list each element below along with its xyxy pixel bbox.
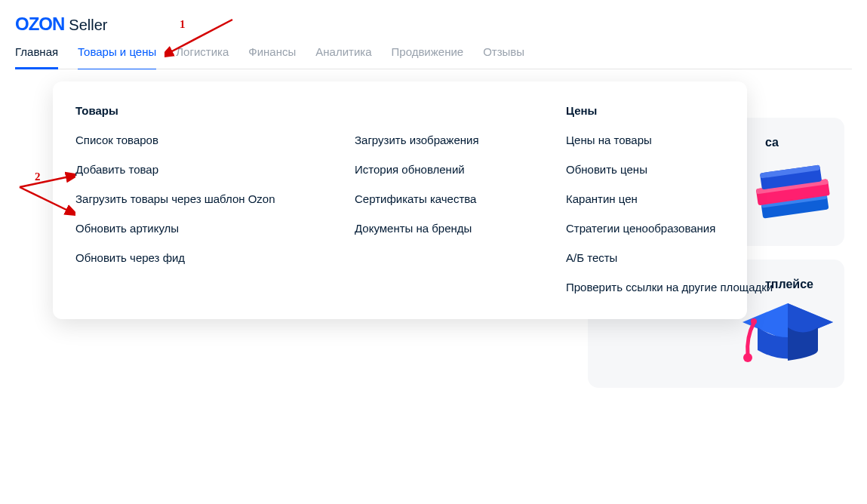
nav-item-analytics[interactable]: Аналитика [315, 45, 371, 69]
menu-link-add-product[interactable]: Добавить товар [75, 163, 294, 176]
header: OZON Seller Главная Товары и цены Логист… [0, 0, 867, 69]
nav-item-finance[interactable]: Финансы [248, 45, 296, 69]
nav-item-logistics[interactable]: Логистика [176, 45, 229, 69]
menu-link-product-list[interactable]: Список товаров [75, 134, 294, 146]
dropdown-column-title [355, 104, 506, 117]
graduation-cap-icon [739, 296, 837, 379]
annotation-number-2: 2 [35, 171, 41, 183]
nav-item-home[interactable]: Главная [15, 45, 58, 69]
menu-link-pricing-strategies[interactable]: Стратегии ценообразования [566, 222, 792, 235]
menu-link-product-prices[interactable]: Цены на товары [566, 134, 792, 146]
menu-link-update-feed[interactable]: Обновить через фид [75, 251, 294, 264]
menu-link-upload-images[interactable]: Загрузить изображения [355, 134, 506, 146]
menu-link-update-prices[interactable]: Обновить цены [566, 163, 792, 176]
dropdown-column-title: Товары [75, 104, 294, 117]
dropdown-column-products-extra: Загрузить изображения История обновлений… [355, 104, 506, 293]
svg-point-8 [743, 353, 752, 362]
dropdown-column-title: Цены [566, 104, 792, 117]
menu-link-update-history[interactable]: История обновлений [355, 163, 506, 176]
logo[interactable]: OZON Seller [15, 14, 852, 35]
menu-link-check-links[interactable]: Проверить ссылки на другие площадки [566, 281, 792, 293]
dropdown-column-products: Товары Список товаров Добавить товар Заг… [75, 104, 294, 293]
main-nav: Главная Товары и цены Логистика Финансы … [15, 45, 852, 69]
nav-item-products-prices[interactable]: Товары и цены [78, 45, 156, 69]
menu-link-price-quarantine[interactable]: Карантин цен [566, 192, 792, 205]
logo-seller: Seller [69, 17, 107, 34]
nav-item-promotion[interactable]: Продвижение [392, 45, 464, 69]
menu-link-update-skus[interactable]: Обновить артикулы [75, 222, 294, 235]
nav-item-reviews[interactable]: Отзывы [483, 45, 524, 69]
menu-link-upload-template[interactable]: Загрузить товары через шаблон Ozon [75, 192, 294, 205]
dropdown-column-prices: Цены Цены на товары Обновить цены Карант… [566, 104, 792, 293]
menu-link-ab-tests[interactable]: А/Б тесты [566, 251, 792, 264]
menu-link-brand-docs[interactable]: Документы на бренды [355, 222, 506, 235]
logo-ozon: OZON [15, 14, 64, 35]
svg-point-9 [751, 318, 757, 324]
menu-link-quality-certs[interactable]: Сертификаты качества [355, 192, 506, 205]
dropdown-products-prices: Товары Список товаров Добавить товар Заг… [53, 81, 747, 319]
